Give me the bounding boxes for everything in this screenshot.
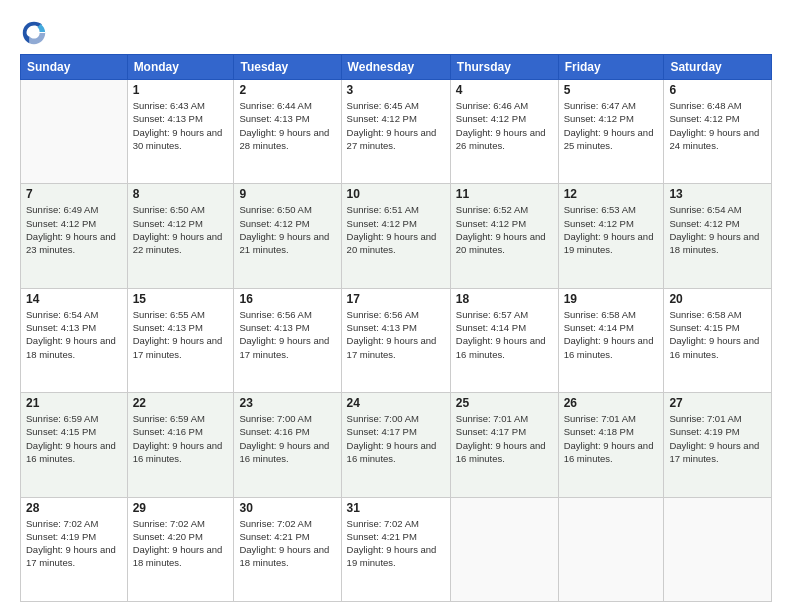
calendar-header-sunday: Sunday: [21, 55, 128, 80]
day-number: 15: [133, 292, 229, 306]
calendar-cell: 3Sunrise: 6:45 AMSunset: 4:12 PMDaylight…: [341, 80, 450, 184]
day-info: Sunrise: 6:52 AMSunset: 4:12 PMDaylight:…: [456, 203, 553, 256]
calendar-header-thursday: Thursday: [450, 55, 558, 80]
day-info: Sunrise: 7:02 AMSunset: 4:19 PMDaylight:…: [26, 517, 122, 570]
calendar-cell: 4Sunrise: 6:46 AMSunset: 4:12 PMDaylight…: [450, 80, 558, 184]
day-info: Sunrise: 7:02 AMSunset: 4:21 PMDaylight:…: [239, 517, 335, 570]
calendar-cell: 15Sunrise: 6:55 AMSunset: 4:13 PMDayligh…: [127, 288, 234, 392]
day-number: 18: [456, 292, 553, 306]
day-info: Sunrise: 6:51 AMSunset: 4:12 PMDaylight:…: [347, 203, 445, 256]
calendar-cell: 19Sunrise: 6:58 AMSunset: 4:14 PMDayligh…: [558, 288, 664, 392]
calendar-cell: 6Sunrise: 6:48 AMSunset: 4:12 PMDaylight…: [664, 80, 772, 184]
day-number: 9: [239, 187, 335, 201]
calendar-week-5: 28Sunrise: 7:02 AMSunset: 4:19 PMDayligh…: [21, 497, 772, 601]
day-number: 23: [239, 396, 335, 410]
calendar-cell: 1Sunrise: 6:43 AMSunset: 4:13 PMDaylight…: [127, 80, 234, 184]
calendar-header-row: SundayMondayTuesdayWednesdayThursdayFrid…: [21, 55, 772, 80]
calendar-cell: 20Sunrise: 6:58 AMSunset: 4:15 PMDayligh…: [664, 288, 772, 392]
day-number: 4: [456, 83, 553, 97]
calendar-cell: 5Sunrise: 6:47 AMSunset: 4:12 PMDaylight…: [558, 80, 664, 184]
day-info: Sunrise: 6:59 AMSunset: 4:16 PMDaylight:…: [133, 412, 229, 465]
calendar-header-wednesday: Wednesday: [341, 55, 450, 80]
calendar-week-4: 21Sunrise: 6:59 AMSunset: 4:15 PMDayligh…: [21, 393, 772, 497]
calendar-header-monday: Monday: [127, 55, 234, 80]
day-info: Sunrise: 6:58 AMSunset: 4:15 PMDaylight:…: [669, 308, 766, 361]
day-info: Sunrise: 6:54 AMSunset: 4:12 PMDaylight:…: [669, 203, 766, 256]
day-info: Sunrise: 6:56 AMSunset: 4:13 PMDaylight:…: [347, 308, 445, 361]
calendar-cell: 10Sunrise: 6:51 AMSunset: 4:12 PMDayligh…: [341, 184, 450, 288]
calendar-week-1: 1Sunrise: 6:43 AMSunset: 4:13 PMDaylight…: [21, 80, 772, 184]
day-info: Sunrise: 6:50 AMSunset: 4:12 PMDaylight:…: [133, 203, 229, 256]
calendar-cell: 14Sunrise: 6:54 AMSunset: 4:13 PMDayligh…: [21, 288, 128, 392]
calendar-cell: [21, 80, 128, 184]
page: SundayMondayTuesdayWednesdayThursdayFrid…: [0, 0, 792, 612]
day-number: 8: [133, 187, 229, 201]
calendar-cell: 24Sunrise: 7:00 AMSunset: 4:17 PMDayligh…: [341, 393, 450, 497]
day-number: 22: [133, 396, 229, 410]
day-number: 16: [239, 292, 335, 306]
day-info: Sunrise: 7:00 AMSunset: 4:16 PMDaylight:…: [239, 412, 335, 465]
calendar-week-2: 7Sunrise: 6:49 AMSunset: 4:12 PMDaylight…: [21, 184, 772, 288]
day-number: 7: [26, 187, 122, 201]
day-info: Sunrise: 6:46 AMSunset: 4:12 PMDaylight:…: [456, 99, 553, 152]
day-number: 5: [564, 83, 659, 97]
calendar-cell: 28Sunrise: 7:02 AMSunset: 4:19 PMDayligh…: [21, 497, 128, 601]
calendar-cell: 30Sunrise: 7:02 AMSunset: 4:21 PMDayligh…: [234, 497, 341, 601]
calendar-cell: [450, 497, 558, 601]
day-info: Sunrise: 7:01 AMSunset: 4:19 PMDaylight:…: [669, 412, 766, 465]
day-number: 6: [669, 83, 766, 97]
day-number: 28: [26, 501, 122, 515]
calendar-cell: 7Sunrise: 6:49 AMSunset: 4:12 PMDaylight…: [21, 184, 128, 288]
header: [20, 18, 772, 46]
day-info: Sunrise: 6:50 AMSunset: 4:12 PMDaylight:…: [239, 203, 335, 256]
calendar: SundayMondayTuesdayWednesdayThursdayFrid…: [20, 54, 772, 602]
day-number: 27: [669, 396, 766, 410]
calendar-cell: 12Sunrise: 6:53 AMSunset: 4:12 PMDayligh…: [558, 184, 664, 288]
day-number: 14: [26, 292, 122, 306]
calendar-cell: 9Sunrise: 6:50 AMSunset: 4:12 PMDaylight…: [234, 184, 341, 288]
day-info: Sunrise: 6:56 AMSunset: 4:13 PMDaylight:…: [239, 308, 335, 361]
day-number: 31: [347, 501, 445, 515]
day-info: Sunrise: 6:45 AMSunset: 4:12 PMDaylight:…: [347, 99, 445, 152]
day-info: Sunrise: 6:43 AMSunset: 4:13 PMDaylight:…: [133, 99, 229, 152]
day-info: Sunrise: 6:59 AMSunset: 4:15 PMDaylight:…: [26, 412, 122, 465]
day-number: 3: [347, 83, 445, 97]
calendar-cell: 2Sunrise: 6:44 AMSunset: 4:13 PMDaylight…: [234, 80, 341, 184]
day-number: 2: [239, 83, 335, 97]
day-number: 20: [669, 292, 766, 306]
day-info: Sunrise: 6:48 AMSunset: 4:12 PMDaylight:…: [669, 99, 766, 152]
day-info: Sunrise: 7:02 AMSunset: 4:21 PMDaylight:…: [347, 517, 445, 570]
calendar-cell: 16Sunrise: 6:56 AMSunset: 4:13 PMDayligh…: [234, 288, 341, 392]
calendar-header-saturday: Saturday: [664, 55, 772, 80]
calendar-cell: [664, 497, 772, 601]
calendar-week-3: 14Sunrise: 6:54 AMSunset: 4:13 PMDayligh…: [21, 288, 772, 392]
calendar-cell: 18Sunrise: 6:57 AMSunset: 4:14 PMDayligh…: [450, 288, 558, 392]
day-number: 21: [26, 396, 122, 410]
day-info: Sunrise: 6:44 AMSunset: 4:13 PMDaylight:…: [239, 99, 335, 152]
calendar-cell: 8Sunrise: 6:50 AMSunset: 4:12 PMDaylight…: [127, 184, 234, 288]
day-info: Sunrise: 6:53 AMSunset: 4:12 PMDaylight:…: [564, 203, 659, 256]
calendar-cell: 26Sunrise: 7:01 AMSunset: 4:18 PMDayligh…: [558, 393, 664, 497]
day-info: Sunrise: 6:55 AMSunset: 4:13 PMDaylight:…: [133, 308, 229, 361]
day-number: 19: [564, 292, 659, 306]
calendar-header-tuesday: Tuesday: [234, 55, 341, 80]
day-number: 10: [347, 187, 445, 201]
calendar-cell: 23Sunrise: 7:00 AMSunset: 4:16 PMDayligh…: [234, 393, 341, 497]
day-number: 25: [456, 396, 553, 410]
calendar-header-friday: Friday: [558, 55, 664, 80]
day-number: 13: [669, 187, 766, 201]
day-number: 1: [133, 83, 229, 97]
calendar-cell: 11Sunrise: 6:52 AMSunset: 4:12 PMDayligh…: [450, 184, 558, 288]
calendar-cell: 31Sunrise: 7:02 AMSunset: 4:21 PMDayligh…: [341, 497, 450, 601]
day-info: Sunrise: 7:02 AMSunset: 4:20 PMDaylight:…: [133, 517, 229, 570]
day-info: Sunrise: 6:47 AMSunset: 4:12 PMDaylight:…: [564, 99, 659, 152]
day-number: 29: [133, 501, 229, 515]
calendar-cell: 17Sunrise: 6:56 AMSunset: 4:13 PMDayligh…: [341, 288, 450, 392]
calendar-cell: [558, 497, 664, 601]
calendar-cell: 29Sunrise: 7:02 AMSunset: 4:20 PMDayligh…: [127, 497, 234, 601]
day-number: 12: [564, 187, 659, 201]
day-info: Sunrise: 6:54 AMSunset: 4:13 PMDaylight:…: [26, 308, 122, 361]
day-info: Sunrise: 6:49 AMSunset: 4:12 PMDaylight:…: [26, 203, 122, 256]
day-info: Sunrise: 6:58 AMSunset: 4:14 PMDaylight:…: [564, 308, 659, 361]
day-info: Sunrise: 7:01 AMSunset: 4:17 PMDaylight:…: [456, 412, 553, 465]
